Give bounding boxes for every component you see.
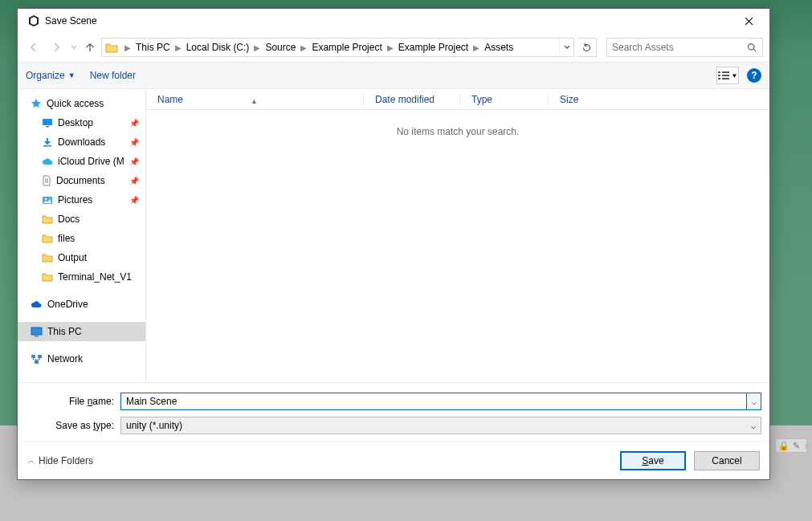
svg-point-2 — [749, 43, 754, 49]
file-fields: File name: ⌵ Save as type: unity (*.unit… — [18, 382, 769, 441]
up-button[interactable] — [82, 38, 98, 57]
back-button[interactable] — [24, 38, 43, 57]
chevron-right-icon[interactable]: ▶ — [299, 43, 308, 52]
save-button[interactable]: Save — [620, 451, 686, 470]
search-icon — [747, 43, 757, 53]
tree-downloads[interactable]: Downloads 📌 — [18, 132, 145, 152]
svg-rect-11 — [46, 126, 49, 128]
chevron-up-icon: ︿ — [27, 455, 35, 466]
column-type[interactable]: Type — [459, 94, 548, 105]
chevron-right-icon[interactable]: ▶ — [173, 43, 183, 52]
unity-icon — [27, 14, 40, 27]
chevron-down-icon: ▼ — [68, 71, 75, 79]
pin-icon: 📌 — [129, 138, 139, 147]
new-folder-button[interactable]: New folder — [90, 70, 136, 81]
tree-label: Output — [58, 252, 87, 263]
empty-message: No items match your search. — [146, 126, 769, 137]
svg-rect-8 — [718, 78, 720, 79]
save-type-value: unity (*.unity) — [126, 420, 182, 431]
tree-icloud[interactable]: iCloud Drive (Ma 📌 — [18, 152, 145, 171]
tree-this-pc[interactable]: This PC — [18, 322, 145, 341]
breadcrumb-item[interactable]: Example Project — [395, 42, 471, 53]
save-type-select[interactable]: unity (*.unity) ⌵ — [120, 417, 761, 434]
tree-onedrive[interactable]: OneDrive — [18, 295, 145, 314]
folder-icon — [42, 253, 53, 263]
breadcrumb-item[interactable]: Local Disk (C:) — [183, 42, 253, 53]
breadcrumb-item[interactable]: Example Project — [308, 42, 385, 53]
breadcrumb-item[interactable]: This PC — [133, 42, 173, 53]
folder-icon — [105, 42, 118, 53]
column-size[interactable]: Size — [548, 94, 612, 105]
tree-label: files — [58, 233, 75, 244]
svg-rect-4 — [718, 71, 720, 73]
chevron-down-icon: ▼ — [732, 72, 738, 79]
svg-rect-12 — [43, 145, 51, 147]
tree-network[interactable]: Network — [18, 349, 145, 368]
refresh-button[interactable] — [577, 38, 597, 57]
search-box[interactable] — [606, 38, 763, 57]
view-options-button[interactable]: ▼ — [716, 67, 739, 84]
folder-icon — [42, 272, 53, 282]
tree-label: Quick access — [47, 98, 104, 109]
breadcrumb-item[interactable]: Source — [262, 42, 299, 53]
tree-label: Documents — [56, 175, 105, 186]
dialog-title: Save Scene — [45, 15, 97, 26]
file-list-area: Name▲ Date modified Type Size No items m… — [146, 89, 769, 382]
save-type-label: Save as type: — [26, 420, 120, 431]
file-name-dropdown[interactable]: ⌵ — [747, 393, 761, 410]
svg-rect-18 — [31, 328, 42, 335]
svg-marker-1 — [31, 17, 37, 25]
tree-folder-files[interactable]: files — [18, 229, 145, 248]
network-icon — [31, 354, 43, 364]
navigation-row: ▶ This PC ▶ Local Disk (C:) ▶ Source ▶ E… — [18, 33, 769, 62]
svg-rect-6 — [718, 75, 720, 76]
file-name-input[interactable] — [120, 393, 747, 410]
forward-button[interactable] — [47, 38, 66, 57]
tree-label: Network — [47, 353, 83, 364]
dialog-footer: ︿ Hide Folders Save Cancel — [18, 441, 769, 479]
organize-menu[interactable]: Organize ▼ — [26, 70, 75, 81]
tree-folder-terminal[interactable]: Terminal_Net_V1 — [18, 267, 145, 287]
chevron-right-icon[interactable]: ▶ — [471, 43, 481, 52]
chevron-down-icon: ⌵ — [751, 421, 756, 430]
tree-desktop[interactable]: Desktop 📌 — [18, 113, 145, 132]
pin-icon: 📌 — [129, 119, 139, 128]
recent-dropdown-icon[interactable] — [69, 38, 79, 57]
breadcrumb-item[interactable]: Assets — [481, 42, 516, 53]
column-date[interactable]: Date modified — [363, 94, 459, 105]
column-name[interactable]: Name▲ — [146, 94, 363, 105]
desktop-icon — [42, 118, 53, 128]
tree-label: OneDrive — [47, 299, 88, 310]
chevron-right-icon[interactable]: ▶ — [123, 43, 133, 52]
tree-documents[interactable]: Documents 📌 — [18, 171, 145, 190]
file-name-label: File name: — [26, 396, 120, 407]
tree-label: This PC — [47, 326, 82, 337]
cancel-button[interactable]: Cancel — [694, 451, 760, 470]
chevron-right-icon[interactable]: ▶ — [386, 43, 395, 52]
download-icon — [42, 136, 53, 148]
svg-rect-21 — [38, 355, 42, 358]
breadcrumb-bar[interactable]: ▶ This PC ▶ Local Disk (C:) ▶ Source ▶ E… — [101, 38, 574, 57]
tree-folder-docs[interactable]: Docs — [18, 210, 145, 229]
svg-rect-5 — [722, 71, 729, 73]
body-area: Quick access Desktop 📌 Downloads 📌 iClou… — [18, 89, 769, 382]
help-button[interactable]: ? — [747, 68, 761, 83]
close-button[interactable] — [732, 10, 765, 32]
background-widget: 🔒 ✎ ★ — [775, 438, 807, 453]
toolbar: Organize ▼ New folder ▼ ? — [18, 62, 769, 89]
tree-pictures[interactable]: Pictures 📌 — [18, 190, 145, 210]
svg-rect-19 — [35, 336, 39, 336]
tree-label: iCloud Drive (Ma — [58, 156, 124, 167]
hide-folders-toggle[interactable]: ︿ Hide Folders — [27, 455, 93, 466]
breadcrumb-dropdown-icon[interactable] — [559, 39, 573, 56]
search-input[interactable] — [612, 42, 747, 53]
column-headers: Name▲ Date modified Type Size — [146, 89, 769, 110]
tree-quick-access[interactable]: Quick access — [18, 94, 145, 113]
chevron-right-icon[interactable]: ▶ — [252, 43, 262, 52]
svg-rect-9 — [722, 78, 729, 79]
tree-folder-output[interactable]: Output — [18, 248, 145, 267]
cloud-icon — [31, 300, 43, 309]
pin-icon: 📌 — [129, 196, 139, 205]
tree-label: Downloads — [58, 136, 105, 148]
hide-folders-label: Hide Folders — [39, 455, 93, 466]
